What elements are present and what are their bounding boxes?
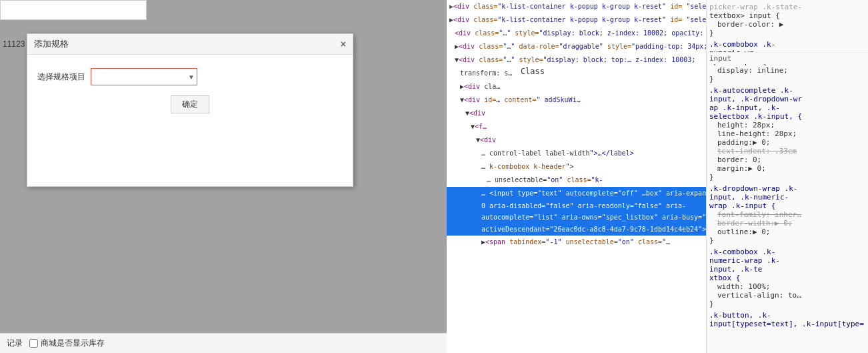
dialog-header: 添加规格 × — [27, 34, 353, 55]
tree-line[interactable]: ▶<div cla… — [447, 80, 706, 93]
tree-line[interactable]: ▼<div class="…" style="display: block; t… — [447, 53, 706, 67]
class-badge: Class — [521, 67, 545, 76]
html-tree: ▶<div class="k-list-container k-popup k-… — [447, 0, 707, 353]
stock-checkbox[interactable] — [29, 339, 38, 348]
record-label: 记录 — [7, 338, 23, 349]
select-wrapper: ▼ — [91, 68, 197, 85]
dialog-title: 添加规格 — [34, 38, 69, 50]
dialog-body: 选择规格项目 ▼ 确定 — [27, 55, 353, 133]
tree-line[interactable]: ▶<div class="…" data-role="draggable" st… — [447, 40, 706, 53]
devtools-panel: ▶<div class="k-list-container k-popup k-… — [447, 0, 868, 353]
stock-label: 商城是否显示库存 — [41, 338, 105, 349]
tree-line[interactable]: ▼<div — [447, 133, 706, 147]
tree-line[interactable]: … k-combobox k-header"> — [447, 160, 706, 173]
tree-line[interactable]: <div class="…" style="display: block; z-… — [447, 27, 706, 40]
add-rule-dialog: 添加规格 × 选择规格项目 ▼ 确定 — [27, 33, 353, 187]
input-label-top: input — [707, 52, 868, 64]
tree-line[interactable]: transform: s… — [447, 67, 706, 80]
tree-line[interactable]: ▶<span tabindex="-1" unselectable="on" c… — [447, 236, 706, 249]
css-rule-dropdown: .k-dropdown-wrap .k- input, .k-numeric- … — [709, 184, 865, 245]
left-number: 11123 — [0, 37, 27, 51]
html-tree-content: ▶<div class="k-list-container k-popup k-… — [447, 0, 706, 249]
tree-line[interactable]: ▼<div id=… content=" addSkuWi… — [447, 93, 706, 107]
tree-line[interactable]: ▶<div class="k-list-container k-popup k-… — [447, 13, 706, 27]
css-rule-combobox2: .k-combobox .k- numeric-wrap .k- input, … — [709, 248, 865, 308]
tree-line[interactable]: ▼<div — [447, 107, 706, 120]
confirm-button[interactable]: 确定 — [171, 95, 209, 113]
input-type-label: picker-wrap .k-state- textbox> input { b… — [709, 3, 865, 37]
class-label: Class — [521, 67, 545, 76]
tree-line[interactable]: … control-label label-width">…</label> — [447, 147, 706, 160]
css-rule-button: .k-button, .k- input[typeset=text], .k-i… — [709, 311, 865, 328]
css-rule-autocomplete: .k-autocomplete .k- input, .k-dropdown-w… — [709, 86, 865, 182]
dialog-close-button[interactable]: × — [341, 39, 346, 49]
tree-line-selected[interactable]: … <input type="text" autocomplete="off" … — [447, 187, 706, 200]
form-row: 选择规格项目 ▼ — [37, 68, 343, 85]
input-label-text: input — [709, 54, 731, 63]
rule-select[interactable] — [91, 68, 197, 85]
top-bar-input — [0, 0, 147, 20]
tree-line-selected-2[interactable]: 0 aria-disabled="false" aria-readonly="f… — [447, 200, 706, 212]
tree-line-selected-3[interactable]: autocomplete="list" aria-owns="spec_list… — [447, 212, 706, 224]
form-label: 选择规格项目 — [37, 71, 85, 83]
tree-line[interactable]: ▼<f… — [447, 120, 706, 133]
tree-line[interactable]: ▶<div class="k-list-container k-popup k-… — [447, 0, 706, 13]
bottom-bar: 记录 商城是否显示库存 — [0, 333, 447, 353]
tree-line-selected-4[interactable]: activeDescendant="26eac0dc-a8c8-4da7-9c7… — [447, 224, 706, 236]
tree-line[interactable]: … unselectable="on" class="k- — [447, 173, 706, 187]
